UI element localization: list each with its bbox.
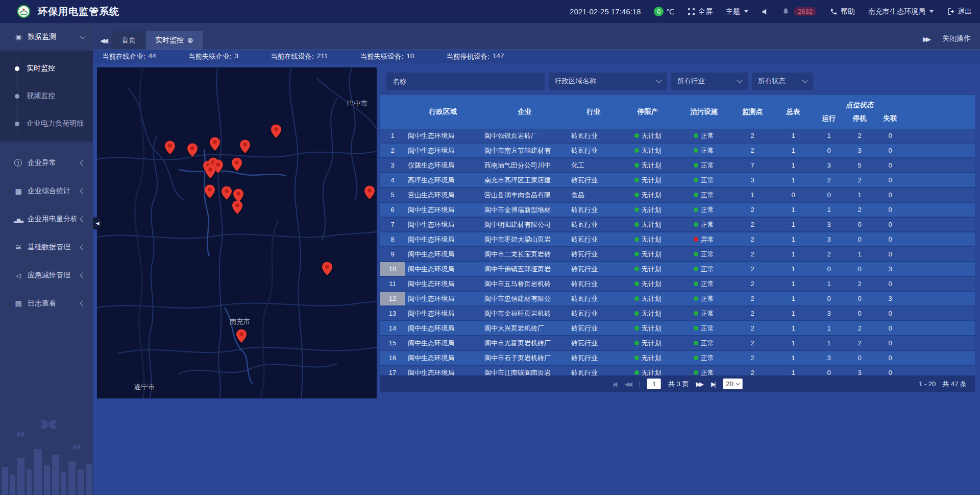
theme-label: 主题 (726, 7, 740, 16)
sidebar-item[interactable]: 日志查看 (0, 289, 93, 317)
cell-total-meter: 1 (773, 366, 813, 375)
limit-status-label: 无计划 (642, 339, 662, 348)
map-pin-icon[interactable] (165, 140, 175, 156)
limit-status-label: 无计划 (642, 161, 662, 170)
sidebar-item-data-monitor[interactable]: 数据监测 (0, 23, 93, 51)
cell-offline-count: 0 (874, 247, 906, 261)
stat-label: 当前失联企业: (188, 52, 232, 61)
close-operations-button[interactable]: 关闭操作 (942, 34, 971, 43)
name-filter-input[interactable] (386, 73, 545, 90)
facility-status-dot-icon (694, 178, 698, 182)
sidebar-subitem[interactable]: 视频监控 (0, 82, 93, 110)
stat-item: 当前失联企业: 3 (188, 52, 238, 61)
col-stopped: 停机 (845, 114, 874, 123)
facility-status-label: 正常 (701, 250, 714, 259)
page-number-input[interactable]: 1 (647, 379, 661, 389)
facility-status-dot-icon (694, 281, 698, 286)
prev-page-button[interactable]: ◀◀ (625, 381, 632, 388)
region-filter-select[interactable]: 行政区域名称 (549, 73, 667, 90)
table-row[interactable]: 6 阆中生态环境局 阆中市金博瑞新型墙材 砖瓦行业 无计划 正常 2 (380, 203, 975, 218)
table-row[interactable]: 9 阆中生态环境局 阆中市二龙长宝页岩砖 砖瓦行业 无计划 正常 2 (380, 247, 975, 262)
table-row[interactable]: 3 仪陇生态环境局 西南油气田分公司川中 化工 无计划 正常 7 (380, 158, 975, 173)
table-row[interactable]: 1 阆中生态环境局 阆中强锐页岩砖厂 砖瓦行业 无计划 正常 2 (380, 129, 975, 144)
map-pin-icon[interactable] (271, 124, 281, 140)
sidebar-item[interactable]: 基础数据管理 (0, 233, 93, 261)
cell-offline-count: 0 (874, 158, 906, 172)
table-row[interactable]: 10 阆中生态环境局 阆中千佛镇五郎垭页岩 砖瓦行业 无计划 正常 2 (380, 262, 975, 277)
first-page-button[interactable]: |◀ (612, 381, 617, 388)
cell-industry: 砖瓦行业 (568, 173, 619, 187)
sidebar-item[interactable]: 企业综合统计 (0, 177, 93, 205)
table-row[interactable]: 14 阆中生态环境局 阆中大兴页岩机砖厂 砖瓦行业 无计划 正常 2 (380, 321, 975, 336)
table-row[interactable]: 7 阆中生态环境局 阆中明阳建材有限公司 砖瓦行业 无计划 正常 2 (380, 218, 975, 232)
map-pin-icon[interactable] (205, 184, 215, 200)
table-row[interactable]: 17 阆中生态环境局 阆中市江南镇阆南页岩 砖瓦行业 无计划 正常 2 (380, 366, 975, 375)
last-page-button[interactable]: ▶| (711, 381, 716, 388)
help-label: 帮助 (841, 7, 855, 16)
sidebar-subitem[interactable]: 实时监控 (0, 55, 93, 82)
table-row[interactable]: 11 阆中生态环境局 阆中市五马桥页岩机砖 砖瓦行业 无计划 正常 2 (380, 277, 975, 292)
cell-stopped-count: 2 (845, 277, 874, 291)
notifications-button[interactable]: 2632 (782, 7, 817, 16)
map-city-label: 南充市 (230, 317, 251, 326)
map-panel[interactable]: 巴中市南充市遂宁市 (97, 67, 377, 398)
logout-icon (947, 8, 954, 15)
industry-filter-select[interactable]: 所有行业 (671, 73, 748, 90)
chevron-down-icon (736, 381, 740, 385)
logout-button[interactable]: 退出 (947, 7, 972, 16)
table-row[interactable]: 5 营山生态环境局 营山县润丰肉食品有限 食品 无计划 正常 1 (380, 188, 975, 203)
theme-dropdown[interactable]: 主题 (726, 7, 748, 16)
facility-status-label: 正常 (701, 265, 714, 274)
sidebar-item-label: 基础数据管理 (28, 243, 70, 252)
status-filter-select[interactable]: 所有状态 (752, 73, 813, 90)
tabs-scroll-right-button[interactable]: ▶▶ (923, 35, 929, 43)
page-size-select[interactable]: 20 (723, 379, 742, 389)
region-filter-value: 行政区域名称 (555, 77, 596, 86)
map-roads (97, 67, 377, 398)
limit-status-dot-icon (634, 133, 639, 138)
fullscreen-button[interactable]: 全屏 (688, 7, 713, 16)
table-row[interactable]: 16 阆中生态环境局 阆中市石子页岩机砖厂 砖瓦行业 无计划 正常 2 (380, 351, 975, 366)
map-pin-icon[interactable] (364, 185, 375, 201)
table-row[interactable]: 12 阆中生态环境局 阆中市忠信建材有限公 砖瓦行业 无计划 正常 2 (380, 292, 975, 307)
filter-bar: 行政区域名称 所有行业 所有状态 (386, 73, 969, 90)
user-name-label: 南充市生态环境局 (868, 7, 925, 16)
cell-facility-status: 正常 (676, 336, 731, 350)
map-pin-icon[interactable] (222, 186, 232, 202)
tab[interactable]: 首页 (112, 31, 145, 50)
next-page-button[interactable]: ▶▶ (696, 381, 704, 388)
row-index: 15 (380, 336, 405, 350)
cell-running-count: 3 (813, 232, 845, 246)
map-pin-icon[interactable] (232, 157, 242, 173)
cell-limit-status: 无计划 (619, 188, 676, 202)
user-dropdown[interactable]: 南充市生态环境局 (868, 7, 934, 16)
sidebar-item[interactable]: 企业用电量分析 (0, 205, 93, 233)
map-pin-icon[interactable] (210, 137, 220, 153)
cell-limit-status: 无计划 (619, 307, 676, 320)
tab[interactable]: 实时监控 ⊗ (146, 31, 203, 50)
map-pin-icon[interactable] (236, 329, 247, 345)
cell-stopped-count: 2 (845, 173, 874, 187)
table-row[interactable]: 2 阆中生态环境局 阆中市南方节能建材有 砖瓦行业 无计划 正常 2 (380, 144, 975, 158)
cell-offline-count: 0 (874, 173, 906, 187)
sidebar-item[interactable]: 应急减排管理 (0, 261, 93, 289)
map-pin-icon[interactable] (205, 164, 215, 180)
facility-status-label: 正常 (701, 205, 714, 215)
map-pin-icon[interactable] (322, 262, 332, 277)
table-row[interactable]: 4 高坪生态环境局 南充市高坪区王家店建 砖瓦行业 无计划 正常 3 (380, 173, 975, 188)
map-city-label: 遂宁市 (134, 383, 155, 392)
map-pin-icon[interactable] (187, 143, 198, 159)
cell-region: 营山生态环境局 (405, 188, 481, 202)
mute-button[interactable] (762, 8, 769, 15)
map-pin-icon[interactable] (240, 139, 250, 155)
map-pin-icon[interactable] (232, 200, 242, 216)
cell-company: 阆中大兴页岩机砖厂 (481, 321, 568, 335)
tab-close-icon[interactable]: ⊗ (187, 37, 193, 44)
sidebar-item[interactable]: 企业异常 (0, 149, 93, 177)
sidebar-subitem[interactable]: 企业电力负荷明细 (0, 110, 93, 137)
table-row[interactable]: 8 阆中生态环境局 阆中市枣碧大梁山页岩 砖瓦行业 无计划 异常 2 (380, 232, 975, 247)
tabs-scroll-left-button[interactable]: ◀◀ (93, 37, 112, 50)
table-row[interactable]: 13 阆中生态环境局 阆中市金福旺页岩机砖 砖瓦行业 无计划 正常 2 (380, 307, 975, 321)
table-row[interactable]: 15 阆中生态环境局 阆中市光富页岩机砖厂 砖瓦行业 无计划 正常 2 (380, 336, 975, 351)
help-button[interactable]: 帮助 (830, 7, 855, 16)
